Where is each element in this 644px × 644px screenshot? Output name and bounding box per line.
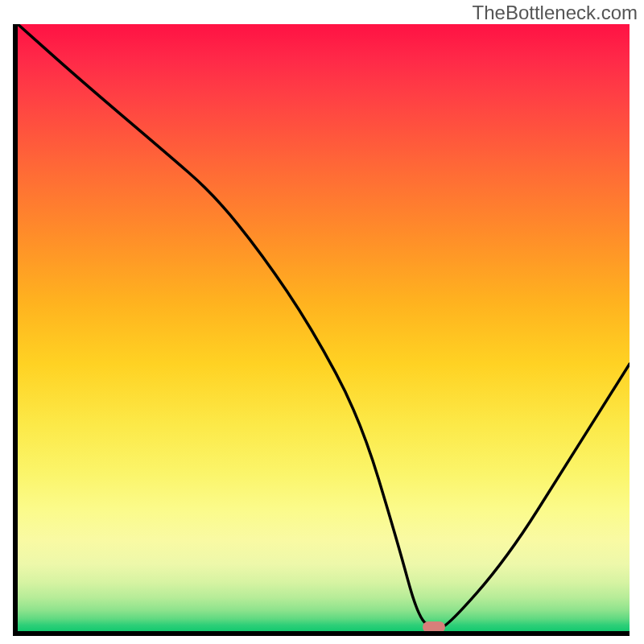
watermark-text: TheBottleneck.com — [473, 2, 638, 24]
chart-stage: TheBottleneck.com — [0, 0, 644, 644]
plot-area — [13, 24, 630, 636]
optimum-marker — [423, 621, 445, 633]
curve-path — [18, 24, 630, 628]
curve-layer — [18, 24, 630, 631]
